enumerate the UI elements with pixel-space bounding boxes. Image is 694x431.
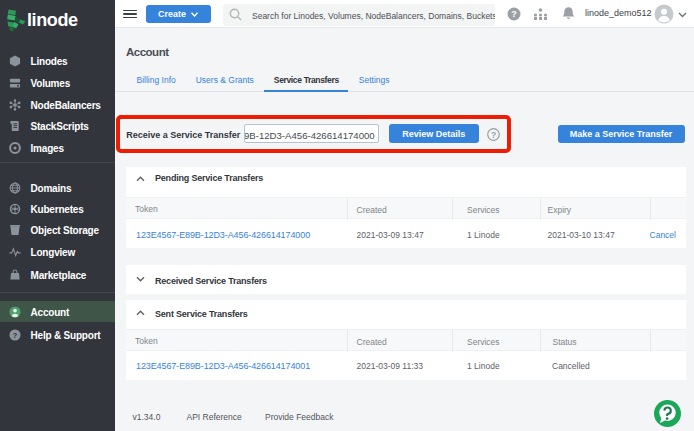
svg-text:?: ? [12, 331, 17, 340]
svg-text:?: ? [511, 9, 517, 19]
svg-text:?: ? [491, 129, 496, 139]
